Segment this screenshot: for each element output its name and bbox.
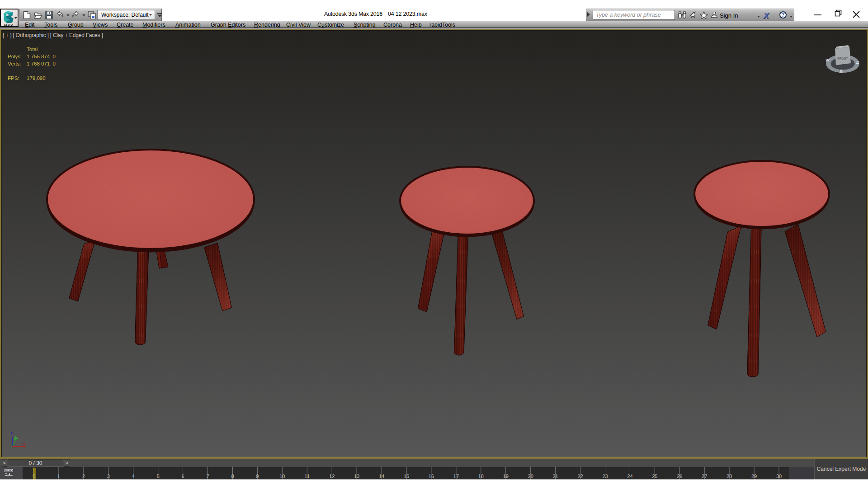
svg-text:8: 8 — [231, 474, 234, 479]
svg-text:17: 17 — [453, 474, 459, 479]
svg-text:14: 14 — [379, 474, 384, 479]
svg-text:18: 18 — [478, 474, 484, 479]
svg-text:24: 24 — [627, 474, 632, 479]
svg-text:11: 11 — [305, 474, 310, 479]
svg-text:9: 9 — [256, 474, 259, 479]
svg-text:12: 12 — [329, 474, 335, 479]
svg-text:16: 16 — [429, 474, 434, 479]
svg-text:13: 13 — [354, 474, 359, 479]
svg-text:5: 5 — [157, 474, 160, 479]
svg-text:2: 2 — [82, 474, 85, 479]
svg-text:15: 15 — [404, 474, 409, 479]
svg-text:1: 1 — [57, 474, 60, 479]
svg-text:10: 10 — [279, 474, 285, 479]
svg-text:S: S — [840, 69, 843, 74]
svg-text:0: 0 — [33, 474, 35, 479]
svg-text:23: 23 — [602, 474, 608, 479]
svg-text:27: 27 — [702, 474, 707, 479]
svg-text:22: 22 — [577, 474, 583, 479]
svg-text:19: 19 — [503, 474, 509, 479]
svg-text:28: 28 — [726, 474, 732, 479]
svg-text:x: x — [24, 442, 26, 446]
svg-text:25: 25 — [652, 474, 657, 479]
svg-text:20: 20 — [528, 474, 533, 479]
svg-text:30: 30 — [776, 474, 782, 479]
svg-text:3: 3 — [107, 474, 110, 479]
svg-text:6: 6 — [182, 474, 184, 479]
svg-text:26: 26 — [677, 474, 682, 479]
svg-text:E: E — [856, 60, 859, 65]
svg-text:FRONT: FRONT — [837, 57, 848, 60]
svg-text:Z: Z — [11, 432, 13, 436]
svg-text:21: 21 — [552, 474, 558, 479]
svg-text:29: 29 — [751, 474, 757, 479]
svg-text:4: 4 — [132, 474, 135, 479]
svg-text:7: 7 — [206, 474, 209, 479]
